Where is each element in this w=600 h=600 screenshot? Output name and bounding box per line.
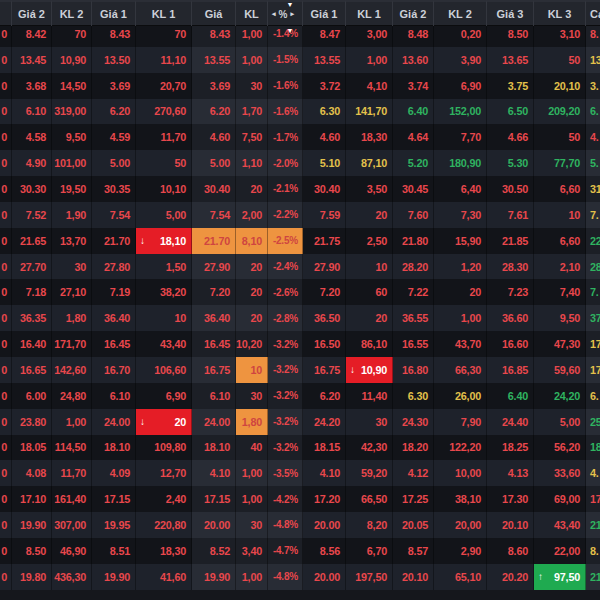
cell-ask-vol-3[interactable]: 22,00 (534, 538, 586, 564)
cell-ask-price-3[interactable]: 8.60 (487, 538, 534, 564)
cell-bid-vol-1[interactable]: 12,70 (136, 460, 192, 486)
cell-bid-price-2[interactable]: 4.58 (12, 124, 52, 150)
column-header-high-price[interactable]: Ca (586, 0, 600, 26)
cell-bid-vol-1[interactable]: 10 (136, 305, 192, 331)
cell-ask-price-3[interactable]: 20.10 (487, 512, 534, 538)
table-row[interactable]: 07.1827,107.1938,207.2020-2.6%7.20607.22… (0, 279, 600, 305)
table-row[interactable]: 013.4510,9013.5011,1013.551,00-1.5%13.55… (0, 47, 600, 73)
cell-ask-price-3[interactable]: 16.60 (487, 331, 534, 357)
cell-match-vol[interactable]: 3,40 (236, 538, 268, 564)
cell-ask-vol-1[interactable]: 141,70 (346, 99, 393, 125)
column-header-ask-price-1[interactable]: Giá 1 (303, 0, 346, 26)
cell-bid-price-2[interactable]: 6.00 (12, 383, 52, 409)
cell-ask-vol-2[interactable]: 20 (434, 279, 487, 305)
cell-bid-price-1[interactable]: 30.35 (92, 176, 136, 202)
cell-ask-vol-1[interactable]: 8,20 (346, 512, 393, 538)
cell-ask-vol-3[interactable]: 9,50 (534, 305, 586, 331)
cell-ask-vol-1[interactable]: 197,50 (346, 564, 393, 590)
column-header-ask-vol-3[interactable]: KL 3 (534, 0, 586, 26)
cell-ask-price-2[interactable]: 16.55 (393, 331, 434, 357)
cell-ask-price-2[interactable]: 16.80 (393, 357, 434, 383)
cell-ask-price-3[interactable]: 24.40 (487, 409, 534, 435)
cell-bid-price-2[interactable]: 7.18 (12, 279, 52, 305)
cell-ask-vol-3[interactable]: 6,60 (534, 176, 586, 202)
cell-match-vol[interactable]: 40 (236, 435, 268, 461)
cell-clipped-left[interactable]: 0 (0, 305, 12, 331)
cell-ask-price-2[interactable]: 17.25 (393, 486, 434, 512)
cell-ask-vol-3[interactable]: 6,60 (534, 228, 586, 254)
cell-match-vol[interactable]: 20 (236, 305, 268, 331)
cell-ask-vol-1[interactable]: 66,50 (346, 486, 393, 512)
cell-ask-vol-2[interactable]: 10,00 (434, 460, 487, 486)
cell-match-vol[interactable]: 30 (236, 512, 268, 538)
cell-ask-vol-3[interactable]: 59,60 (534, 357, 586, 383)
table-row[interactable]: 021.6513,7021.70↓18,1021.708,10-2.5%21.7… (0, 228, 600, 254)
cell-ask-price-2[interactable]: 24.30 (393, 409, 434, 435)
cell-ask-vol-2[interactable]: 38,10 (434, 486, 487, 512)
cell-ask-price-1[interactable]: 7.59 (303, 202, 346, 228)
cell-bid-vol-2[interactable]: 161,40 (52, 486, 92, 512)
cell-pct-change[interactable]: -1.5% (268, 47, 303, 73)
cell-ask-vol-2[interactable]: 26,00 (434, 383, 487, 409)
cell-ask-vol-3[interactable]: 69,00 (534, 486, 586, 512)
cell-bid-price-2[interactable]: 16.40 (12, 331, 52, 357)
column-header-match-price[interactable]: Giá (192, 0, 236, 26)
cell-ask-vol-2[interactable]: 1,00 (434, 305, 487, 331)
cell-ask-price-2[interactable]: 3.74 (393, 73, 434, 99)
table-row[interactable]: 07.521,907.545,007.542,00-2.2%7.59207.60… (0, 202, 600, 228)
cell-ask-vol-3[interactable]: 50 (534, 124, 586, 150)
cell-high-price[interactable]: 13. (586, 47, 600, 73)
cell-ask-vol-1[interactable]: 1,00 (346, 47, 393, 73)
cell-pct-change[interactable]: -2.2% (268, 202, 303, 228)
cell-match-price[interactable]: 16.75 (192, 357, 236, 383)
cell-bid-price-2[interactable]: 8.50 (12, 538, 52, 564)
cell-match-price[interactable]: 18.10 (192, 435, 236, 461)
cell-match-price[interactable]: 7.54 (192, 202, 236, 228)
cell-ask-price-1[interactable]: 16.50 (303, 331, 346, 357)
cell-ask-vol-1[interactable]: 4,10 (346, 73, 393, 99)
cell-match-price[interactable]: 4.10 (192, 460, 236, 486)
column-header-clipped-left[interactable] (0, 0, 12, 26)
cell-match-vol[interactable]: 10,20 (236, 331, 268, 357)
cell-bid-price-1[interactable]: 21.70 (92, 228, 136, 254)
cell-ask-price-2[interactable]: 13.60 (393, 47, 434, 73)
cell-bid-price-2[interactable]: 13.45 (12, 47, 52, 73)
pct-column-next-icon[interactable]: ▸ (287, 10, 297, 18)
table-row[interactable]: 04.0811,704.0912,704.101,00-3.5%4.1059,2… (0, 460, 600, 486)
cell-pct-change[interactable]: -1.6% (268, 73, 303, 99)
cell-high-price[interactable]: 21. (586, 512, 600, 538)
cell-ask-price-3[interactable]: 7.61 (487, 202, 534, 228)
column-header-bid-vol-2[interactable]: KL 2 (52, 0, 92, 26)
table-row[interactable]: 06.10319,006.20270,606.201,70-1.6%6.3014… (0, 99, 600, 125)
cell-match-price[interactable]: 16.45 (192, 331, 236, 357)
cell-ask-price-3[interactable]: 3.75 (487, 73, 534, 99)
cell-match-vol[interactable]: 30 (236, 73, 268, 99)
cell-pct-change[interactable]: -3.2% (268, 357, 303, 383)
cell-match-vol[interactable]: 10 (236, 357, 268, 383)
cell-bid-vol-2[interactable]: 30 (52, 254, 92, 280)
cell-ask-vol-1[interactable]: 18,30 (346, 124, 393, 150)
cell-bid-vol-1[interactable]: 11,70 (136, 124, 192, 150)
cell-bid-price-2[interactable]: 19.90 (12, 512, 52, 538)
cell-ask-price-3[interactable]: 7.23 (487, 279, 534, 305)
cell-ask-price-1[interactable]: 8.56 (303, 538, 346, 564)
cell-bid-vol-2[interactable]: 14,50 (52, 73, 92, 99)
cell-bid-price-2[interactable]: 27.70 (12, 254, 52, 280)
table-row[interactable]: 036.351,8036.401036.4020-2.8%36.502036.5… (0, 305, 600, 331)
cell-bid-price-1[interactable]: 16.70 (92, 357, 136, 383)
cell-bid-vol-1[interactable]: 10,10 (136, 176, 192, 202)
cell-match-price[interactable]: 21.70 (192, 228, 236, 254)
cell-high-price[interactable]: 21. (586, 564, 600, 590)
cell-clipped-left[interactable]: 0 (0, 564, 12, 590)
cell-ask-vol-3[interactable]: 33,60 (534, 460, 586, 486)
column-header-ask-vol-2[interactable]: KL 2 (434, 0, 487, 26)
cell-match-vol[interactable]: 20 (236, 254, 268, 280)
cell-ask-price-1[interactable]: 6.20 (303, 383, 346, 409)
cell-pct-change[interactable]: -3.2% (268, 435, 303, 461)
cell-pct-change[interactable]: -1.7% (268, 124, 303, 150)
cell-clipped-left[interactable]: 0 (0, 538, 12, 564)
cell-ask-price-1[interactable]: 4.10 (303, 460, 346, 486)
cell-bid-vol-2[interactable]: 114,50 (52, 435, 92, 461)
cell-clipped-left[interactable]: 0 (0, 383, 12, 409)
cell-ask-price-2[interactable]: 20.05 (393, 512, 434, 538)
